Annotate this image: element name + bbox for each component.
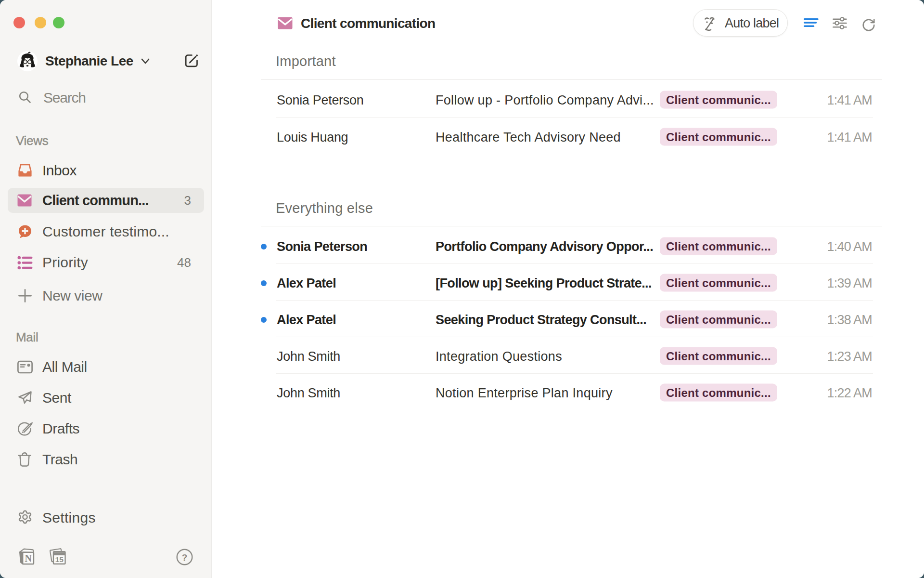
svg-text:N: N bbox=[25, 553, 32, 564]
svg-text:?: ? bbox=[182, 552, 188, 563]
svg-text:15: 15 bbox=[55, 555, 64, 564]
